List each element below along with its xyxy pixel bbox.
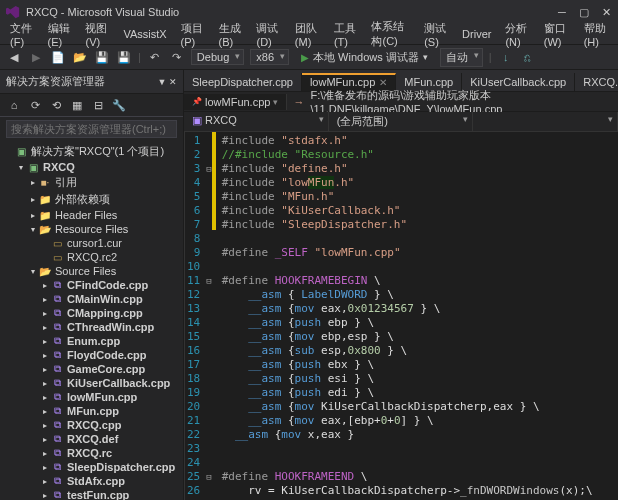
undo-icon[interactable]: ↶	[147, 49, 163, 65]
config-dropdown[interactable]: Debug	[191, 49, 244, 65]
menu-item[interactable]: 分析(N)	[499, 19, 535, 50]
minimize-button[interactable]: ─	[556, 6, 568, 18]
open-icon[interactable]: 📂	[72, 49, 88, 65]
menu-item[interactable]: 项目(P)	[175, 19, 211, 50]
panel-dropdown-icon[interactable]: ▼ ✕	[158, 77, 177, 87]
nav-project[interactable]: ▣ RXCQ	[184, 112, 329, 131]
refresh-icon[interactable]: ⟳	[27, 97, 43, 113]
save-icon[interactable]: 💾	[94, 49, 110, 65]
tree-node[interactable]: ▸■·引用	[0, 174, 183, 191]
run-button[interactable]: ▶本地 Windows 调试器▾	[295, 48, 434, 67]
menu-item[interactable]: 编辑(E)	[42, 19, 78, 50]
nav-scope[interactable]: (全局范围)	[329, 112, 474, 131]
save-all-icon[interactable]: 💾	[116, 49, 132, 65]
code-editor[interactable]: 1 2 3 4 5 6 7 8 9 10 11 12 13 14 15 16 1…	[184, 132, 618, 500]
vs-logo-icon	[6, 5, 20, 19]
document-tab[interactable]: SleepDispatcher.cpp	[184, 73, 302, 91]
secondary-tabs: lowMFun.cpp▾ → F:\准备发布的源码\游戏辅助玩家版本\11.DN…	[184, 92, 618, 112]
show-all-icon[interactable]: ▦	[69, 97, 85, 113]
menu-item[interactable]: Driver	[456, 26, 497, 42]
tree-node[interactable]: ▾📂Source Files	[0, 264, 183, 278]
tree-node[interactable]: ▸⧉Enum.cpp	[0, 334, 183, 348]
editor-area: SleepDispatcher.cpplowMFun.cpp ✕MFun.cpp…	[184, 70, 618, 500]
menubar: 文件(F)编辑(E)视图(V)VAssistX项目(P)生成(B)调试(D)团队…	[0, 24, 618, 44]
tree-node[interactable]: ▸⧉GameCore.cpp	[0, 362, 183, 376]
tree-node[interactable]: ▸⧉CFindCode.cpp	[0, 278, 183, 292]
platform-dropdown[interactable]: x86	[250, 49, 289, 65]
properties-icon[interactable]: 🔧	[111, 97, 127, 113]
tree-node[interactable]: ▸⧉RXCQ.cpp	[0, 418, 183, 432]
tree-node[interactable]: ▸📁外部依赖项	[0, 191, 183, 208]
tree-node[interactable]: ▸⧉RXCQ.rc	[0, 446, 183, 460]
menu-item[interactable]: VAssistX	[117, 26, 172, 42]
tree-node[interactable]: ▾📂Resource Files	[0, 222, 183, 236]
solution-explorer-panel: 解决方案资源管理器 ▼ ✕ ⌂ ⟳ ⟲ ▦ ⊟ 🔧 ▣解决方案"RXCQ"(1 …	[0, 70, 184, 500]
tree-node[interactable]: ▸⧉CThreadWin.cpp	[0, 320, 183, 334]
menu-item[interactable]: 工具(T)	[328, 19, 364, 50]
play-icon: ▶	[301, 52, 309, 63]
tree-node[interactable]: ▸⧉KiUserCallback.cpp	[0, 376, 183, 390]
tree-node[interactable]: ▸⧉testFun.cpp	[0, 488, 183, 500]
tree-node[interactable]: ▾▣RXCQ	[0, 160, 183, 174]
collapse-icon[interactable]: ⊟	[90, 97, 106, 113]
menu-item[interactable]: 调试(D)	[250, 19, 286, 50]
subtab-lowmfun[interactable]: lowMFun.cpp▾	[184, 94, 287, 110]
nav-bar: ▣ RXCQ (全局范围)	[184, 112, 618, 132]
menu-item[interactable]: 帮助(H)	[578, 19, 614, 50]
explorer-toolbar: ⌂ ⟳ ⟲ ▦ ⊟ 🔧	[0, 94, 183, 117]
file-path-label: F:\准备发布的源码\游戏辅助玩家版本\11.DNF\killgame\DNF_…	[310, 88, 618, 115]
menu-item[interactable]: 团队(M)	[289, 19, 326, 50]
redo-icon[interactable]: ↷	[169, 49, 185, 65]
maximize-button[interactable]: ▢	[578, 6, 590, 18]
menu-item[interactable]: 生成(B)	[213, 19, 249, 50]
explorer-search-input[interactable]	[6, 120, 177, 138]
tree-node[interactable]: ▭cursor1.cur	[0, 236, 183, 250]
tree-node[interactable]: ▸⧉RXCQ.def	[0, 432, 183, 446]
tree-node[interactable]: ▸📁Header Files	[0, 208, 183, 222]
menu-item[interactable]: 体系结构(C)	[365, 17, 416, 51]
solution-tree: ▣解决方案"RXCQ"(1 个项目)▾▣RXCQ▸■·引用▸📁外部依赖项▸📁He…	[0, 141, 183, 500]
menu-item[interactable]: 窗口(W)	[538, 19, 576, 50]
back-icon[interactable]: ◀	[6, 49, 22, 65]
menu-item[interactable]: 测试(S)	[418, 19, 454, 50]
window-title: RXCQ - Microsoft Visual Studio	[26, 6, 179, 18]
auto-dropdown[interactable]: 自动	[440, 48, 483, 67]
tree-node[interactable]: ▭RXCQ.rc2	[0, 250, 183, 264]
sync-icon[interactable]: ⟲	[48, 97, 64, 113]
forward-icon[interactable]: ▶	[28, 49, 44, 65]
tree-node[interactable]: ▸⧉lowMFun.cpp	[0, 390, 183, 404]
toolbar-icon[interactable]: ⎌	[520, 49, 536, 65]
tree-node[interactable]: ▸⧉CMainWin.cpp	[0, 292, 183, 306]
close-button[interactable]: ✕	[600, 6, 612, 18]
menu-item[interactable]: 视图(V)	[79, 19, 115, 50]
tree-node[interactable]: ▸⧉StdAfx.cpp	[0, 474, 183, 488]
new-file-icon[interactable]: 📄	[50, 49, 66, 65]
arrow-icon: →	[287, 96, 310, 108]
tree-node[interactable]: ▸⧉MFun.cpp	[0, 404, 183, 418]
tree-node[interactable]: ▣解决方案"RXCQ"(1 个项目)	[0, 143, 183, 160]
step-icon[interactable]: ↓	[498, 49, 514, 65]
menu-item[interactable]: 文件(F)	[4, 19, 40, 50]
home-icon[interactable]: ⌂	[6, 97, 22, 113]
tree-node[interactable]: ▸⧉CMapping.cpp	[0, 306, 183, 320]
tree-node[interactable]: ▸⧉SleepDispatcher.cpp	[0, 460, 183, 474]
solution-explorer-header: 解决方案资源管理器 ▼ ✕	[0, 70, 183, 94]
nav-member[interactable]	[473, 112, 618, 131]
tree-node[interactable]: ▸⧉FloydCode.cpp	[0, 348, 183, 362]
